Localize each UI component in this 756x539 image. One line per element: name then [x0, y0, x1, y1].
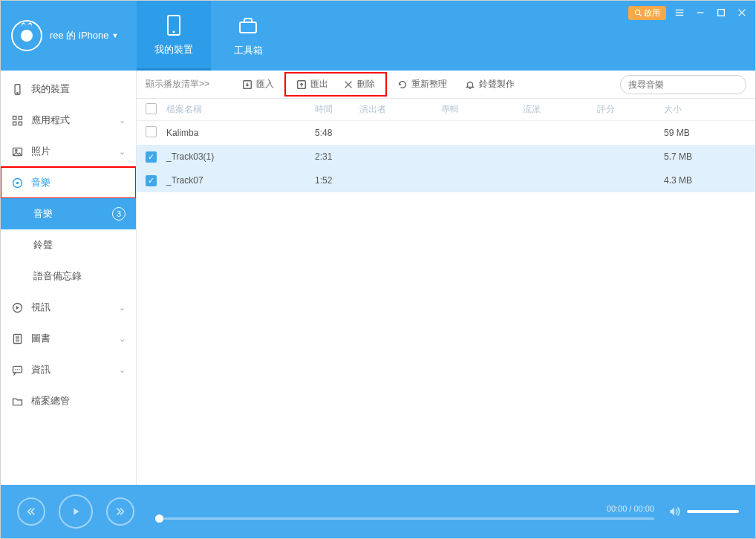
time-display: 00:00 / 00:00 [155, 504, 654, 513]
svg-line-4 [639, 13, 642, 16]
sidebar: 我的裝置 應用程式 ⌄ 照片 ⌄ 音樂 音樂 3 鈴聲 [1, 71, 137, 485]
minimize-button[interactable] [693, 5, 708, 20]
sidebar-sub-music[interactable]: 音樂 3 [1, 198, 136, 229]
menu-icon [674, 7, 685, 18]
cell-time: 1:52 [315, 175, 359, 186]
volume-slider[interactable] [687, 510, 739, 513]
cell-name: _Track07 [166, 175, 315, 186]
svg-rect-16 [13, 122, 16, 125]
toolbox-icon [236, 14, 260, 38]
table-body: Kalimba5:4859 MB_Track03(1)2:315.7 MB_Tr… [137, 121, 755, 192]
table-row[interactable]: _Track03(1)2:315.7 MB [137, 145, 755, 169]
delete-button[interactable]: 刪除 [336, 75, 382, 94]
cell-size: 5.7 MB [664, 151, 716, 162]
app-logo-icon [11, 20, 42, 51]
tablet-icon [162, 13, 186, 37]
progress-area: 00:00 / 00:00 [155, 504, 654, 520]
sidebar-item-music[interactable]: 音樂 [1, 167, 136, 198]
col-artist[interactable]: 演出者 [359, 103, 441, 116]
device-selector[interactable]: ree 的 iPhone ▼ [50, 29, 118, 42]
import-icon [242, 79, 252, 90]
chevron-down-icon: ⌄ [119, 334, 126, 344]
sidebar-label: 檔案總管 [31, 394, 70, 408]
col-time[interactable]: 時間 [315, 103, 359, 116]
bell-icon [465, 79, 475, 90]
enable-badge[interactable]: 啟用 [628, 6, 666, 20]
sidebar-item-apps[interactable]: 應用程式 ⌄ [1, 105, 136, 136]
menu-button[interactable] [672, 5, 687, 20]
chevron-down-icon: ⌄ [119, 303, 126, 313]
col-genre[interactable]: 流派 [523, 103, 597, 116]
search-box[interactable] [620, 75, 746, 94]
play-icon [71, 506, 81, 517]
sidebar-item-photos[interactable]: 照片 ⌄ [1, 136, 136, 167]
sidebar-sub-ringtone[interactable]: 鈴聲 [1, 229, 136, 261]
ringtone-button[interactable]: 鈴聲製作 [457, 75, 522, 94]
svg-point-19 [16, 149, 18, 151]
row-checkbox[interactable] [146, 126, 157, 137]
photo-icon [11, 146, 24, 158]
sidebar-item-info[interactable]: 資訊 ⌄ [1, 354, 136, 385]
header: ree 的 iPhone ▼ 我的裝置 工具箱 啟用 [1, 1, 755, 71]
cell-name: _Track03(1) [166, 151, 315, 162]
close-button[interactable] [734, 5, 749, 20]
svg-point-28 [15, 368, 16, 369]
sidebar-sub-voice[interactable]: 語音備忘錄 [1, 261, 136, 292]
export-icon [296, 79, 307, 90]
col-album[interactable]: 專輯 [441, 103, 523, 116]
chevron-down-icon: ⌄ [119, 116, 126, 125]
cell-time: 2:31 [315, 151, 359, 162]
play-button[interactable] [59, 494, 93, 529]
sidebar-label: 應用程式 [31, 114, 70, 127]
progress-knob[interactable] [155, 514, 163, 523]
select-all-checkbox[interactable] [146, 103, 157, 114]
svg-point-3 [635, 10, 639, 14]
svg-point-30 [19, 368, 19, 369]
sidebar-item-books[interactable]: 圖書 ⌄ [1, 323, 136, 354]
tab-label: 我的裝置 [154, 43, 193, 56]
search-input[interactable] [628, 79, 740, 90]
prev-button[interactable] [17, 497, 45, 526]
table-row[interactable]: _Track071:524.3 MB [137, 169, 755, 192]
main: 顯示播放清單>> 匯入 匯出 刪除 重 [137, 71, 755, 485]
window-controls: 啟用 [628, 5, 749, 20]
table-header: 檔案名稱 時間 演出者 專輯 流派 評分 大小 [137, 99, 755, 121]
sidebar-label: 我的裝置 [31, 82, 70, 96]
sidebar-item-device[interactable]: 我的裝置 [1, 74, 136, 105]
col-name[interactable]: 檔案名稱 [166, 103, 315, 116]
volume-control [668, 505, 739, 518]
svg-point-13 [17, 92, 18, 93]
tab-my-device[interactable]: 我的裝置 [137, 1, 211, 71]
body: 我的裝置 應用程式 ⌄ 照片 ⌄ 音樂 音樂 3 鈴聲 [1, 71, 755, 485]
delete-icon [343, 79, 353, 90]
playlist-link[interactable]: 顯示播放清單>> [146, 78, 209, 91]
volume-icon[interactable] [668, 505, 681, 518]
col-rating[interactable]: 評分 [597, 103, 664, 116]
svg-rect-14 [13, 116, 16, 119]
maximize-button[interactable] [714, 5, 729, 20]
import-button[interactable]: 匯入 [235, 75, 281, 94]
sidebar-label: 資訊 [31, 363, 50, 376]
row-checkbox[interactable] [146, 175, 157, 186]
svg-rect-9 [718, 10, 725, 16]
refresh-icon [397, 79, 408, 90]
sidebar-label: 視訊 [31, 301, 50, 314]
sidebar-item-video[interactable]: 視訊 ⌄ [1, 292, 136, 323]
refresh-button[interactable]: 重新整理 [390, 75, 454, 94]
row-checkbox[interactable] [146, 151, 157, 163]
progress-bar[interactable] [155, 517, 654, 520]
cell-time: 5:48 [315, 128, 359, 138]
export-button[interactable]: 匯出 [289, 75, 336, 94]
next-button[interactable] [106, 497, 134, 526]
tab-toolbox[interactable]: 工具箱 [211, 1, 285, 71]
cell-name: Kalimba [166, 128, 315, 138]
player-bar: 00:00 / 00:00 [1, 485, 755, 538]
sidebar-label: 照片 [31, 145, 50, 158]
svg-rect-2 [240, 22, 256, 33]
table-row[interactable]: Kalimba5:4859 MB [137, 121, 755, 145]
toolbar: 顯示播放清單>> 匯入 匯出 刪除 重 [137, 71, 755, 99]
sidebar-item-files[interactable]: 檔案總管 [1, 385, 136, 416]
col-size[interactable]: 大小 [664, 103, 716, 116]
chevron-down-icon: ⌄ [119, 365, 126, 375]
folder-icon [11, 395, 24, 408]
